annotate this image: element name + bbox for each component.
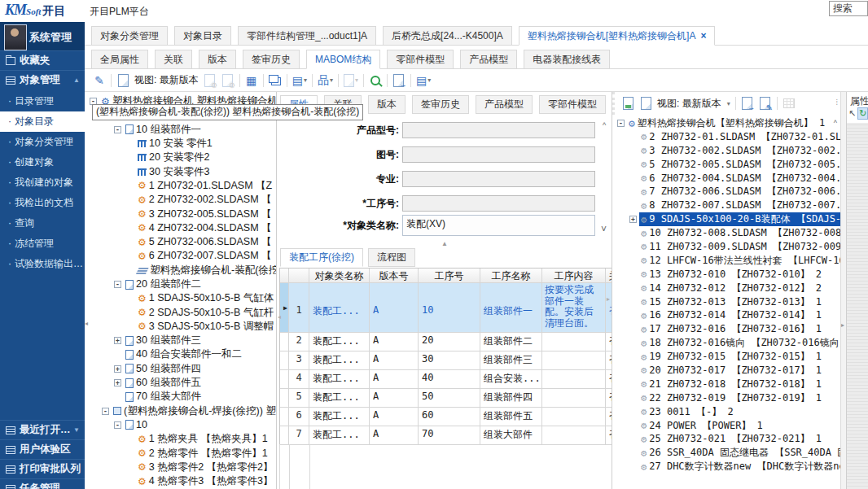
table-cell[interactable]: 装配工... [309,370,370,389]
left-tree-item[interactable]: ⚙2 ZH0732-002.SLDASM 【 [86,193,276,207]
doc-sync-icon[interactable] [392,73,406,88]
left-tree-item[interactable]: ⚙5 ZH0732-006.SLDASM 【 [86,235,276,249]
sidebar-section-最近打开…[interactable]: 最近打开…▼ [0,420,85,439]
right-tree-item[interactable]: ⚙18 ZH0732-016镜向 【ZH0732-016镜向】 1 [614,336,840,350]
table-cell[interactable]: A [370,426,419,445]
vertical-splitter[interactable]: ▸ [840,92,847,489]
field-input-对象类名称[interactable]: 装配(XV) [402,215,595,236]
table-cell[interactable] [542,333,606,351]
table-cell[interactable]: 否 [606,389,612,408]
right-tree-item[interactable]: ⚙27 DHC数字计数器new 【DHC数字计数器new】 [614,460,840,474]
table-cell[interactable]: 组装部件二 [480,333,542,351]
tree-expander-icon[interactable]: - [114,126,121,133]
row-selector-cell[interactable] [280,351,289,370]
close-icon[interactable]: × [700,30,706,41]
right-tree-item[interactable]: ⚙23 0011 【-】 2 [614,405,840,419]
detail-tab-产品模型[interactable]: 产品模型 [476,95,533,114]
left-tree-item[interactable]: 70 组装大部件 [86,390,276,404]
table-cell[interactable]: 组装大部件 [480,426,542,445]
table-cell[interactable]: 组装部件五 [480,408,542,426]
table-row[interactable]: 6装配工...A60组装部件五否 [280,408,612,426]
left-tree-item[interactable]: +50 组装部件四 [86,362,276,376]
table-row[interactable]: 2装配工...A20组装部件二否 [280,333,612,351]
list-edit-menu-icon[interactable]: ▤▾ [416,73,431,88]
splitter-collapse-icon[interactable]: ▲ [441,240,448,247]
column-header-关[interactable]: 关 [606,269,612,283]
left-tree-item[interactable]: ⚙3 SDAJS-50x10-5-B 调整帽 [86,320,276,334]
scroll-left-arrow-icon[interactable]: ◂ [278,313,281,321]
table-cell[interactable]: 装配工... [309,389,370,408]
left-tree-item[interactable]: ⚙2 SDAJS-50x10-5-B 气缸杆 [86,305,276,319]
right-tree-item[interactable]: ⚙25 ZH0732-021 【ZH0732-021】 1 [614,432,840,446]
field-input-图号[interactable] [402,146,595,163]
sidebar-item-冻结管理[interactable]: 冻结管理 [0,234,85,254]
table-row[interactable]: 7装配工...A70组装大部件否 [280,426,612,445]
module-tab-签审历史[interactable]: 签审历史 [243,50,300,69]
left-tree-item[interactable]: ⚙4 热熔零件3 【热熔零件3】 [86,474,276,488]
left-tree-item[interactable]: 20 安装零件2 [86,151,276,164]
right-tree-item[interactable]: ⚙16 ZH0732-014 【ZH0732-014】 1 [614,308,840,322]
table-row[interactable]: 4装配工...A40组合安装...否 [280,370,612,389]
left-tree-item[interactable]: 塑料热熔接铆合机-装配(徐挖 [86,264,276,277]
right-tree-item[interactable]: ⚙14 ZH0732-012 【ZH0732-012】 2 [614,282,840,295]
right-tree-item[interactable]: -⚙塑料热熔接铆合机【塑料热熔接铆合机】 1 [614,116,840,130]
left-tree-item[interactable]: 10 安装 零件1 [86,137,276,151]
left-tree-item[interactable]: -20 组装部件二 [86,277,276,291]
right-tree-item[interactable]: ⚙21 ZH0732-018 【ZH0732-018】 1 [614,378,840,391]
tree-expander-icon[interactable]: + [114,365,121,373]
left-tree-item[interactable]: ⚙3 热熔零件2 【热熔零件2】 [86,461,276,474]
structure-menu-icon[interactable]: 品▾ [318,73,333,88]
table-cell[interactable]: 70 [419,426,480,445]
refresh-icon[interactable]: ↻ [857,107,868,120]
edit-pencil-icon[interactable]: ✎ [93,73,106,88]
left-tree-item[interactable]: ⚙1 热熔夹具 【热熔夹具】1 [86,432,276,446]
dropdown-icon[interactable]: ▾ [727,100,730,107]
sidebar-item-目录管理[interactable]: 目录管理 [0,91,85,111]
table-cell[interactable]: A [370,408,419,426]
doc-tab-零部件结构管理_...oduct1]A[interactable]: 零部件结构管理_...oduct1]A [238,26,376,46]
table-cell[interactable]: 装配工... [309,283,370,333]
doc-gear-icon-2[interactable] [221,73,235,88]
table-cell[interactable]: 否 [606,408,612,426]
row-selector-cell[interactable] [280,370,289,389]
column-header-版本号[interactable]: 版本号 [370,269,419,283]
table-cell[interactable]: 装配工... [309,351,370,370]
sidebar-item-创建对象[interactable]: 创建对象 [0,152,85,172]
table-cell[interactable]: 否 [606,426,612,445]
table-cell[interactable]: 50 [419,389,480,408]
sub-tab-装配工序(徐挖)[interactable]: 装配工序(徐挖) [280,248,363,267]
module-tab-版本[interactable]: 版本 [199,50,236,69]
right-tree-item[interactable]: ⚙24 POWER 【POWER】 1 [614,419,840,433]
right-tree-item[interactable]: ⚙8 ZH0732-007.SLDASM 【ZH0732-007.SLDAS [614,199,840,212]
row-selector-cell[interactable] [280,333,289,351]
left-tree-item[interactable]: ⚙6 ZH0732-007.SLDASM 【 [86,249,276,263]
table-cell[interactable]: A [370,351,419,370]
tree-expander-icon[interactable]: - [114,281,121,288]
right-tree-item[interactable]: ⚙10 ZH0732-008.SLDASM 【ZH0732-008.SLDA [614,226,840,240]
window-copy-icon[interactable] [269,73,282,88]
sidebar-item-试验数据输出…[interactable]: 试验数据输出… [0,254,85,274]
field-input-产品型号[interactable] [402,122,595,138]
doc-gear-icon[interactable] [204,73,217,88]
table-cell[interactable]: 否 [606,351,612,370]
table-cell[interactable] [542,426,606,445]
module-tab-电器装配接线表[interactable]: 电器装配接线表 [524,50,610,69]
scroll-up-arrow-icon[interactable]: ^ [834,119,837,127]
table-cell[interactable]: 20 [419,333,480,351]
right-tree-item[interactable]: ⚙22 ZH0732-019 【ZH0732-019】 1 [614,391,840,405]
left-tree-item[interactable]: +30 组装部件三 [86,334,276,347]
sidebar-item-我检出的文档[interactable]: 我检出的文档 [0,193,85,213]
table-cell[interactable]: A [370,283,419,333]
tree-expander-icon[interactable]: - [102,408,109,415]
doc-tab-对象分类管理[interactable]: 对象分类管理 [91,26,168,46]
column-header-工序名称[interactable]: 工序名称 [480,269,542,283]
table-row[interactable]: 3装配工...A30组装部件三否 [280,351,612,370]
selector-column-header[interactable] [280,269,289,283]
right-tree-item[interactable]: ⚙11 ZH0732-009.SLDASM 【ZH0732-009.SLDA [614,240,840,254]
left-tree-item[interactable]: ⚙1 SDAJS-50x10-5-B 气缸体 [86,291,276,305]
right-tree-item[interactable]: ⚙7 ZH0732-006.SLDASM 【ZH0732-006.SLDAS [614,185,840,199]
table-cell[interactable]: 组装部件四 [480,389,542,408]
column-header-工序号[interactable]: 工序号 [419,269,480,283]
table-cell[interactable] [542,408,606,426]
left-tree-item[interactable]: ⚙3 ZH0732-005.SLDASM 【 [86,207,276,220]
